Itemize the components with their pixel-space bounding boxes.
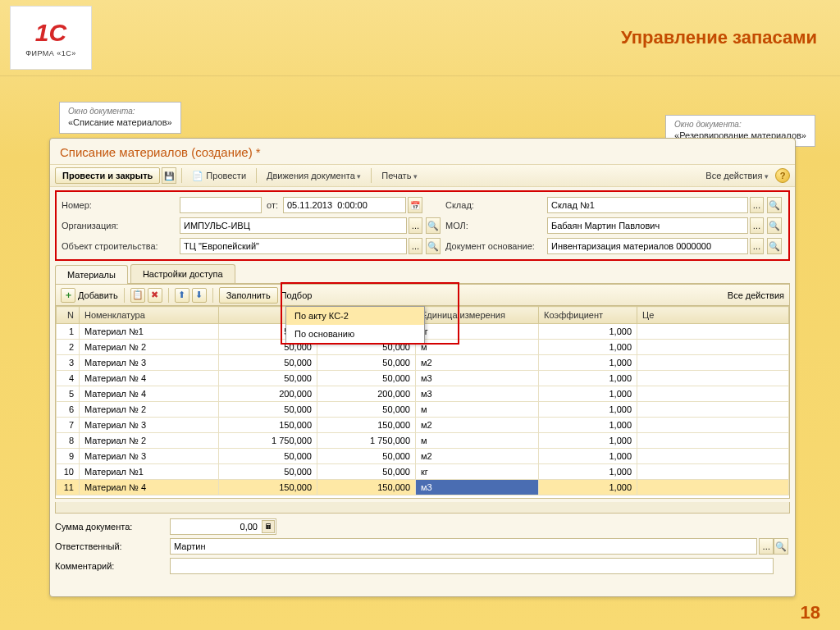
table-row[interactable]: 3Материал № 350,00050,000м21,000	[57, 355, 789, 371]
cell-nom: Материал №1	[80, 464, 219, 480]
move-down-button[interactable]: ⬇	[192, 288, 207, 303]
toolbar-sep	[124, 288, 125, 303]
fill-button[interactable]: Заполнить	[219, 287, 278, 304]
resp-search-button[interactable]: 🔍	[774, 538, 788, 555]
divider	[0, 75, 840, 76]
toolbar-sep	[181, 168, 182, 183]
cell-unit: м3	[416, 480, 539, 495]
comment-input[interactable]	[170, 558, 774, 574]
col-nom[interactable]: Номенклатура	[80, 307, 219, 324]
basis-search-button[interactable]: 🔍	[767, 238, 782, 254]
post-close-label: Провести и закрыть	[62, 171, 153, 180]
toolbar-sep	[212, 288, 213, 303]
cell-n: 5	[57, 386, 80, 402]
cell-price	[637, 418, 789, 433]
warehouse-label: Склад:	[445, 200, 544, 210]
table-toolbar: ＋ Добавить 📋 ✖ ⬆ ⬇ Заполнить Подбор Все …	[55, 284, 790, 305]
fill-menu-item-ks2[interactable]: По акту КС-2	[286, 307, 424, 325]
resp-label: Ответственный:	[55, 541, 170, 551]
move-up-button[interactable]: ⬆	[175, 288, 189, 303]
obj-select-button[interactable]: …	[409, 238, 422, 254]
warehouse-input[interactable]	[547, 197, 748, 213]
org-input[interactable]	[180, 217, 407, 234]
cell-nom: Материал № 4	[80, 386, 219, 402]
window-title: Списание материалов (создание) *	[50, 139, 795, 164]
fill-menu-item-basis[interactable]: По основанию	[286, 325, 424, 343]
print-button[interactable]: Печать	[377, 169, 422, 182]
table-row[interactable]: 8Материал № 21 750,0001 750,000м1,000	[57, 433, 789, 449]
add-row-label[interactable]: Добавить	[78, 290, 118, 300]
help-button[interactable]: ?	[775, 168, 790, 183]
movements-button[interactable]: Движения документа	[262, 169, 366, 182]
table-row[interactable]: 4Материал № 450,00050,000м31,000	[57, 371, 789, 386]
obj-search-button[interactable]: 🔍	[426, 238, 441, 254]
save-button[interactable]: 💾	[162, 167, 176, 184]
resp-input[interactable]	[170, 538, 757, 555]
resp-select-button[interactable]: …	[759, 538, 774, 555]
cell-unit: м	[416, 402, 539, 418]
cell-unit: кг	[416, 464, 539, 480]
cell-coef: 1,000	[539, 464, 637, 480]
mol-search-button[interactable]: 🔍	[767, 217, 782, 234]
sum-input[interactable]	[170, 518, 276, 535]
obj-input[interactable]	[180, 238, 407, 254]
cell-coef: 1,000	[539, 402, 637, 418]
sum-label: Сумма документа:	[55, 522, 170, 532]
delete-icon: ✖	[151, 290, 158, 300]
table-row[interactable]: 9Материал № 350,00050,000м21,000	[57, 449, 789, 464]
cell-q2: 150,000	[317, 480, 416, 495]
calculator-button[interactable]: 🖩	[262, 520, 275, 533]
table-row[interactable]: 5Материал № 4200,000200,000м31,000	[57, 386, 789, 402]
callout-left-value: «Списание материалов»	[68, 116, 172, 128]
warehouse-select-button[interactable]: …	[750, 197, 764, 213]
cell-q1: 200,000	[219, 386, 317, 402]
cell-coef: 1,000	[539, 449, 637, 464]
tab-materials[interactable]: Материалы	[55, 265, 128, 284]
cell-unit: м	[416, 340, 539, 355]
number-input[interactable]	[180, 197, 262, 213]
save-icon: 💾	[164, 171, 174, 180]
basis-input[interactable]	[547, 238, 748, 254]
post-button[interactable]: 📄 Провести	[187, 169, 251, 183]
obj-label: Объект строительства:	[62, 241, 176, 251]
mol-input[interactable]	[547, 217, 748, 234]
cell-nom: Материал № 2	[80, 433, 219, 449]
mol-select-button[interactable]: …	[750, 217, 764, 234]
pick-button[interactable]: Подбор	[281, 290, 313, 300]
calendar-button[interactable]: 📅	[408, 197, 422, 213]
cell-nom: Материал № 2	[80, 402, 219, 418]
org-select-button[interactable]: …	[409, 217, 422, 234]
col-n[interactable]: N	[57, 307, 80, 324]
table-all-actions-button[interactable]: Все действия	[728, 290, 784, 300]
basis-select-button[interactable]: …	[750, 238, 764, 254]
add-row-button[interactable]: ＋	[61, 288, 75, 303]
cell-price	[637, 355, 789, 371]
fill-menu: По акту КС-2 По основанию	[285, 306, 425, 344]
post-and-close-button[interactable]: Провести и закрыть	[55, 167, 160, 184]
table-row[interactable]: 7Материал № 3150,000150,000м21,000	[57, 418, 789, 433]
all-actions-button[interactable]: Все действия	[701, 169, 774, 182]
cell-q2: 1 750,000	[317, 433, 416, 449]
table-row[interactable]: 11Материал № 4150,000150,000м31,000	[57, 480, 789, 495]
col-coef[interactable]: Коэффициент	[539, 307, 637, 324]
cell-nom: Материал № 3	[80, 355, 219, 371]
table-row[interactable]: 6Материал № 250,00050,000м1,000	[57, 402, 789, 418]
delete-row-button[interactable]: ✖	[148, 288, 162, 303]
org-search-button[interactable]: 🔍	[426, 217, 441, 234]
post-icon: 📄	[192, 171, 203, 181]
tab-access[interactable]: Настройки доступа	[130, 264, 235, 283]
table-row[interactable]: 10Материал №150,00050,000кг1,000	[57, 464, 789, 480]
logo-firm: ФИРМА «1С»	[25, 49, 76, 57]
cell-nom: Материал № 4	[80, 480, 219, 495]
callout-left-label: Окно документа:	[68, 106, 172, 116]
col-unit[interactable]: Единица измерения	[416, 307, 539, 324]
cell-q1: 50,000	[219, 402, 317, 418]
col-price[interactable]: Це	[637, 307, 789, 324]
copy-row-button[interactable]: 📋	[130, 288, 145, 303]
grid-scrollbar[interactable]	[55, 502, 790, 514]
footer-block: Сумма документа: 🖩 Ответственный: … 🔍 Ко…	[55, 518, 790, 574]
cell-n: 2	[57, 340, 80, 355]
warehouse-search-button[interactable]: 🔍	[767, 197, 782, 213]
date-input[interactable]	[283, 197, 406, 213]
callout-right-label: Окно документа:	[674, 119, 806, 130]
